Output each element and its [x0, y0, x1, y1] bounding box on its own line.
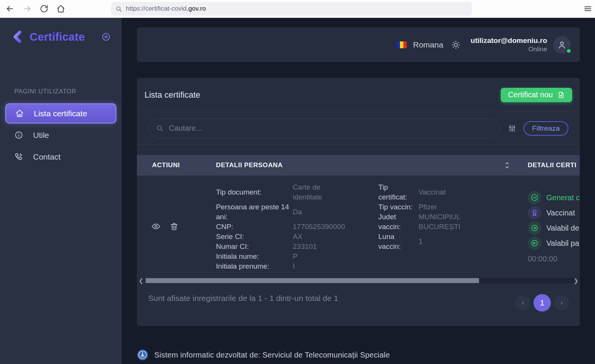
status-label: Generat c — [546, 193, 580, 202]
sidebar-section-label: PAGINI UTILIZATOR — [14, 88, 76, 95]
table-header: ACTIUNI DETALII PERSOANA DETALII CERTI — [137, 155, 580, 176]
url-host: https://certificat-covid — [126, 5, 187, 12]
logo-text: Certificate — [30, 31, 85, 43]
user-info: utilizator@domeniu.ro Online — [471, 36, 547, 53]
detail-pair: Serie CI: AX — [216, 232, 350, 242]
sidebar-item-label: Lista certificate — [34, 109, 87, 118]
status-valid-from: Valabil de — [528, 220, 580, 236]
logo-chevron-icon — [11, 30, 24, 43]
detail-value: AX — [293, 232, 350, 242]
theme-toggle-button[interactable] — [451, 40, 461, 50]
status-label: Valabil de — [546, 224, 579, 233]
detail-label: Tip document: — [216, 187, 293, 197]
browser-refresh-button[interactable] — [40, 4, 49, 13]
detail-label: Initiala prenume: — [216, 261, 293, 271]
detail-value: Carte de identitate — [293, 182, 350, 202]
table-row: Tip document: Carte de identitate Persoa… — [137, 176, 580, 277]
trash-icon — [170, 222, 179, 231]
new-certificate-label: Certificat nou — [508, 90, 553, 99]
sliders-icon — [508, 124, 516, 133]
detail-label: Judet vaccin: — [378, 212, 419, 232]
browser-back-button[interactable] — [5, 4, 14, 13]
scroll-left-button[interactable]: ❮ — [138, 277, 144, 284]
home-icon — [56, 4, 65, 13]
arrow-left-icon — [5, 4, 14, 13]
pagination-controls: ‹ 1 › — [515, 294, 569, 312]
detail-value: P — [293, 252, 350, 261]
certificate-statuses: Generat c Vaccinat Valabil de — [528, 190, 580, 263]
home-icon — [15, 109, 24, 118]
user-status: Online — [471, 45, 547, 53]
column-header-certificate: DETALII CERTI — [528, 161, 576, 169]
sort-icon — [503, 160, 511, 170]
previous-page-button[interactable]: ‹ — [515, 295, 530, 310]
browser-home-button[interactable] — [56, 4, 65, 13]
info-icon — [14, 131, 23, 139]
language-selector[interactable]: Romana — [397, 40, 443, 49]
status-vaccinated: Vaccinat — [528, 205, 580, 220]
detail-pair: Initiala nume: P — [216, 252, 350, 261]
detail-value: 233101 — [293, 242, 350, 252]
next-page-button[interactable]: › — [554, 295, 569, 310]
new-certificate-button[interactable]: Certificat nou — [501, 88, 572, 102]
sidebar-collapse-button[interactable] — [101, 32, 111, 42]
sts-emblem-icon — [137, 349, 148, 361]
browser-menu-button[interactable] — [583, 4, 592, 13]
detail-value: Da — [293, 207, 350, 217]
delete-certificate-button[interactable] — [170, 222, 179, 231]
user-email: utilizator@domeniu.ro — [471, 36, 547, 45]
footer-text: Sistem informatic dezvoltat de: Serviciu… — [154, 351, 390, 359]
detail-value: MUNICIPIUL BUCUREȘTI — [419, 212, 470, 232]
sidebar-item-contact[interactable]: Contact — [5, 147, 116, 167]
status-label: Valabil pa — [546, 239, 579, 248]
detail-pair: Initiala prenume: I — [216, 261, 350, 271]
filter-sliders-button[interactable] — [508, 124, 516, 133]
scroll-right-button[interactable]: ❯ — [573, 277, 579, 284]
romania-flag-icon — [397, 41, 407, 48]
detail-pair: Tip certificat: Vaccinat — [378, 182, 470, 202]
search-input[interactable] — [169, 124, 492, 133]
online-status-dot — [566, 48, 571, 54]
target-icon — [101, 32, 111, 42]
phone-icon — [14, 152, 23, 161]
status-badge — [528, 236, 541, 250]
pagination-row: Sunt afisate inregistrarile de la 1 - 1 … — [137, 287, 580, 326]
sidebar-item-utile[interactable]: Utile — [5, 125, 116, 145]
detail-value: 1770525390000 — [293, 222, 350, 232]
page-footer: Sistem informatic dezvoltat de: Serviciu… — [137, 349, 390, 361]
sun-icon — [451, 40, 461, 50]
page-title: Lista certificate — [144, 90, 200, 100]
detail-value: Vaccinat — [419, 187, 470, 197]
scrollbar-thumb[interactable] — [146, 278, 479, 283]
sort-button[interactable] — [503, 160, 511, 170]
detail-value: 1 — [419, 237, 470, 247]
url-text: https://certificat-covid.gov.ro — [126, 5, 206, 13]
check-circle-icon — [531, 194, 538, 201]
person-icon — [557, 40, 567, 50]
refresh-icon — [40, 4, 49, 13]
filter-button[interactable]: Filtreaza — [524, 121, 568, 136]
detail-label: Initiala nume: — [216, 252, 293, 261]
search-icon — [116, 6, 122, 12]
vaccine-details-group: Tip certificat: Vaccinat Tip vaccin: Pfi… — [378, 182, 470, 252]
avatar[interactable] — [553, 36, 571, 54]
status-label: Vaccinat — [546, 209, 575, 217]
arrow-left-circle-icon — [531, 239, 538, 247]
view-certificate-button[interactable] — [151, 222, 160, 231]
current-page-button[interactable]: 1 — [533, 294, 551, 312]
status-badge — [528, 206, 541, 220]
sidebar-item-label: Contact — [33, 152, 60, 161]
detail-label: Numar CI: — [216, 242, 293, 252]
url-bar[interactable]: https://certificat-covid.gov.ro — [111, 2, 472, 16]
scrollbar-track[interactable] — [145, 278, 574, 283]
detail-pair: Numar CI: 233101 — [216, 242, 350, 252]
detail-pair: CNP: 1770525390000 — [216, 222, 350, 232]
search-row: Filtreaza — [137, 112, 580, 145]
search-box — [148, 119, 500, 138]
detail-pair: Tip vaccin: Pfizer — [378, 202, 470, 212]
horizontal-scrollbar: ❮ ❯ — [137, 277, 580, 284]
sidebar-item-lista-certificate[interactable]: Lista certificate — [5, 103, 116, 123]
sidebar-item-label: Utile — [33, 131, 49, 140]
browser-forward-button[interactable] — [23, 4, 32, 13]
search-icon — [156, 125, 163, 132]
